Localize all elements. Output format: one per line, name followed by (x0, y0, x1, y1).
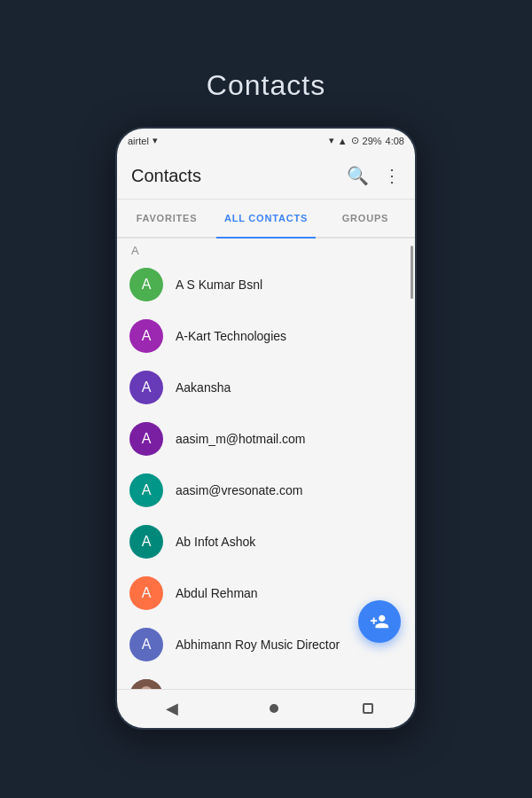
recents-button[interactable] (363, 703, 373, 714)
contacts-list[interactable]: A A A S Kumar Bsnl A A-Kart Technologies… (117, 239, 415, 689)
page-wrapper: Contacts airtel ▾ ▾ ▲ ⊙ 29% 4:08 Contact… (0, 0, 532, 798)
avatar: A (129, 371, 163, 404)
tab-all-contacts[interactable]: ALL CONTACTS (216, 200, 316, 237)
search-button[interactable]: 🔍 (347, 165, 369, 186)
contact-name: Abdul Rehman (176, 586, 258, 600)
contact-name: Aakansha (176, 380, 231, 395)
avatar: A (129, 525, 163, 559)
contact-name: Ab Infot Ashok (176, 535, 255, 549)
app-bar: Contacts 🔍 ⋮ (117, 153, 415, 200)
signal-bars-icon: ▲ (338, 136, 348, 146)
section-header-a: A (117, 239, 415, 259)
contact-name: A S Kumar Bsnl (176, 278, 262, 292)
more-options-button[interactable]: ⋮ (383, 165, 401, 186)
contact-name: Abhimann Roy Music Director (176, 638, 340, 652)
tab-favorites[interactable]: FAVORITES (117, 200, 216, 237)
battery-percent: 29% (363, 136, 382, 146)
add-contact-fab[interactable] (358, 600, 401, 643)
contact-row[interactable]: A Ab Infot Ashok (117, 516, 415, 567)
avatar: A (129, 628, 163, 661)
status-left: airtel ▾ (128, 135, 158, 146)
app-bar-title: Contacts (131, 166, 201, 186)
signal-icon: ▾ (153, 135, 158, 146)
contact-row[interactable]: Abhisek Devkota (117, 670, 415, 689)
page-title: Contacts (207, 69, 325, 102)
avatar: A (129, 268, 163, 301)
contact-name: aasim@vresonate.com (176, 483, 302, 497)
tabs-bar: FAVORITES ALL CONTACTS GROUPS (117, 200, 415, 239)
avatar: A (129, 576, 163, 610)
back-button[interactable]: ◀ (159, 692, 185, 725)
contact-row[interactable]: A A S Kumar Bsnl (117, 259, 415, 310)
contact-name: aasim_m@hotmail.com (176, 432, 305, 446)
contact-row[interactable]: A aasim@vresonate.com (117, 465, 415, 516)
contact-row[interactable]: A aasim_m@hotmail.com (117, 413, 415, 465)
avatar (129, 679, 163, 689)
app-bar-actions: 🔍 ⋮ (347, 165, 401, 186)
tab-groups[interactable]: GROUPS (316, 200, 415, 237)
home-button[interactable] (270, 704, 278, 713)
avatar: A (129, 319, 163, 353)
contact-row[interactable]: A A-Kart Technologies (117, 310, 415, 362)
nav-bar: ◀ (117, 689, 415, 728)
time-label: 4:08 (386, 136, 404, 146)
battery-icon: ⊙ (351, 135, 359, 146)
avatar: A (129, 473, 163, 507)
contact-name: A-Kart Technologies (176, 329, 286, 343)
contact-row[interactable]: A Aakansha (117, 362, 415, 413)
wifi-icon: ▾ (329, 135, 334, 146)
avatar: A (129, 422, 163, 456)
phone-frame: airtel ▾ ▾ ▲ ⊙ 29% 4:08 Contacts 🔍 ⋮ FAV… (115, 127, 417, 730)
status-right: ▾ ▲ ⊙ 29% 4:08 (329, 135, 404, 146)
carrier-label: airtel (128, 136, 149, 146)
status-bar: airtel ▾ ▾ ▲ ⊙ 29% 4:08 (117, 129, 415, 153)
